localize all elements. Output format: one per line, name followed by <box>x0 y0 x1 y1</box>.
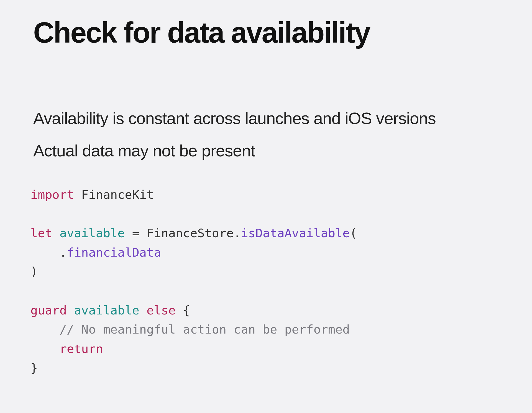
code-text: = <box>125 226 147 240</box>
code-identifier: available <box>52 226 125 240</box>
slide-title: Check for data availability <box>33 16 499 49</box>
code-type: FinanceStore <box>147 226 234 240</box>
bullet-item: Availability is constant across launches… <box>33 109 499 128</box>
code-comment: // No meaningful action can be performed <box>60 322 350 336</box>
code-text <box>139 303 147 317</box>
code-text: ( <box>350 226 357 240</box>
code-text: { <box>176 303 190 317</box>
code-text: FinanceKit <box>74 188 154 202</box>
code-indent <box>30 322 60 336</box>
bullet-list: Availability is constant across launches… <box>33 109 499 160</box>
code-indent <box>30 342 60 356</box>
code-text: } <box>30 361 38 375</box>
code-keyword: return <box>60 342 103 356</box>
bullet-item: Actual data may not be present <box>33 141 499 160</box>
code-keyword: import <box>30 188 74 202</box>
code-keyword: let <box>30 226 52 240</box>
code-text: ) <box>30 265 38 278</box>
code-identifier: available <box>67 303 139 317</box>
code-indent <box>30 246 60 259</box>
code-text: . <box>234 226 241 240</box>
code-function: isDataAvailable <box>241 226 350 240</box>
code-enum-case: financialData <box>67 246 161 259</box>
code-text: . <box>60 246 67 259</box>
code-keyword: else <box>147 303 176 317</box>
slide: Check for data availability Availability… <box>0 0 532 413</box>
code-keyword: guard <box>30 303 67 317</box>
code-block: import FinanceKit let available = Financ… <box>30 185 499 378</box>
